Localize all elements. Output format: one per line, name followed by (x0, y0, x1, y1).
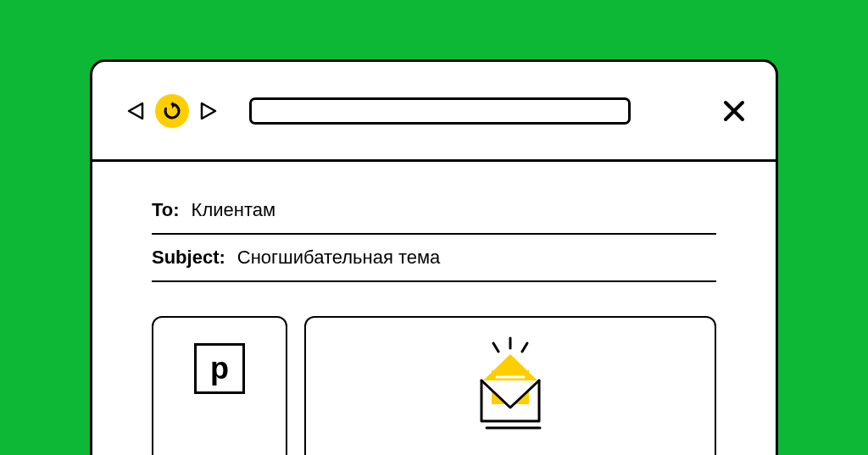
browser-window: To: Клиентам Subject: Сногшибательная те… (90, 59, 778, 455)
close-button[interactable] (722, 99, 746, 123)
address-bar[interactable] (249, 97, 631, 125)
refresh-button[interactable] (155, 94, 189, 128)
subject-label: Subject: (152, 247, 225, 269)
svg-line-4 (522, 343, 527, 352)
triangle-right-icon (200, 102, 217, 120)
to-label: To: (152, 199, 180, 221)
toolbar (92, 62, 776, 162)
sidebar-panel: p (152, 316, 287, 455)
back-button[interactable] (126, 102, 145, 120)
svg-line-3 (493, 343, 498, 352)
forward-button[interactable] (199, 102, 218, 120)
logo-letter: p (210, 351, 229, 386)
logo-chip[interactable]: p (194, 343, 245, 394)
triangle-left-icon (127, 102, 144, 120)
subject-value: Сногшибательная тема (237, 247, 441, 269)
preview-panel (304, 316, 716, 455)
compose-area: To: Клиентам Subject: Сногшибательная те… (92, 162, 776, 455)
close-icon (723, 100, 745, 122)
mail-open-icon (459, 333, 561, 435)
to-field-row[interactable]: To: Клиентам (152, 187, 716, 235)
to-value: Клиентам (192, 199, 276, 221)
refresh-icon (163, 102, 181, 120)
body-panels: p (152, 316, 716, 455)
subject-field-row[interactable]: Subject: Сногшибательная тема (152, 235, 716, 282)
